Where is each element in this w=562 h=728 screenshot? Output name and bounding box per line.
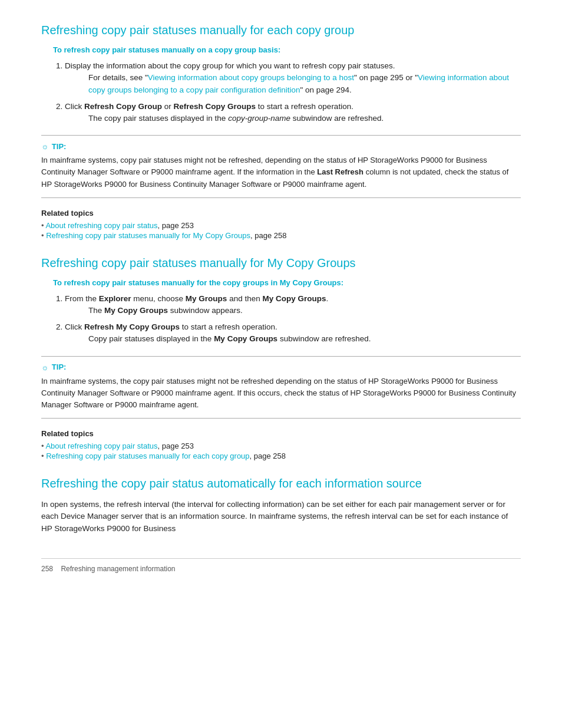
section1-procedure-title: To refresh copy pair statuses manually o…: [53, 45, 521, 54]
tip-sun-icon-2: ☼: [41, 363, 49, 372]
section1-step2: Click Refresh Copy Group or Refresh Copy…: [65, 101, 521, 125]
section2-step2: Click Refresh My Copy Groups to start a …: [65, 321, 521, 345]
section1-tip-text: In mainframe systems, copy pair statuses…: [41, 154, 521, 190]
link-refresh-each-copy-group[interactable]: Refreshing copy pair statuses manually f…: [46, 452, 249, 460]
section1-title: Refreshing copy pair statuses manually f…: [41, 24, 521, 37]
section2-step2-detail: Copy pair statuses displayed in the My C…: [88, 333, 521, 345]
section1-step2-detail: The copy pair statuses displayed in the …: [88, 113, 521, 124]
section1-related-list: About refreshing copy pair status, page …: [41, 221, 521, 240]
section2-tip-box: ☼ TIP: In mainframe systems, the copy pa…: [41, 356, 521, 419]
section2-step2-text: Click Refresh My Copy Groups to start a …: [65, 322, 277, 331]
link-about-refresh-status-2[interactable]: About refreshing copy pair status: [45, 442, 157, 450]
section1-step2-text: Click Refresh Copy Group or Refresh Copy…: [65, 102, 353, 111]
section2-title: Refreshing copy pair statuses manually f…: [41, 256, 521, 270]
section2-step1-text: From the Explorer menu, choose My Groups…: [65, 294, 328, 303]
section1-step1: Display the information about the copy g…: [65, 60, 521, 96]
link-about-refresh-status-1[interactable]: About refreshing copy pair status: [45, 221, 157, 230]
section2-step1: From the Explorer menu, choose My Groups…: [65, 293, 521, 317]
section2-related-list: About refreshing copy pair status, page …: [41, 442, 521, 460]
section2-procedure-title: To refresh copy pair statuses manually f…: [53, 278, 521, 287]
section1-step1-detail: For details, see "Viewing information ab…: [88, 72, 521, 96]
section2-steps: From the Explorer menu, choose My Groups…: [65, 293, 521, 345]
section1-related-item1: About refreshing copy pair status, page …: [41, 221, 521, 230]
link-viewing-host[interactable]: Viewing information about copy groups be…: [148, 73, 354, 82]
section1-step1-text: Display the information about the copy g…: [65, 61, 395, 70]
section2-tip-text: In mainframe systems, the copy pair stat…: [41, 375, 521, 411]
section1-related-item2: Refreshing copy pair statuses manually f…: [41, 231, 521, 240]
section2-tip-label: ☼ TIP:: [41, 363, 521, 372]
section3-title: Refreshing the copy pair status automati…: [41, 477, 521, 490]
section2-related-topics-title: Related topics: [41, 429, 521, 438]
section2-related-item2: Refreshing copy pair statuses manually f…: [41, 452, 521, 460]
section1-steps: Display the information about the copy g…: [65, 60, 521, 124]
section1-tip-box: ☼ TIP: In mainframe systems, copy pair s…: [41, 135, 521, 197]
page-number: 258: [41, 565, 53, 573]
section2-step1-detail: The My Copy Groups subwindow appears.: [88, 305, 521, 317]
page-footer: 258 Refreshing management information: [41, 558, 521, 573]
section3-body: In open systems, the refresh interval (t…: [41, 499, 521, 535]
tip-sun-icon: ☼: [41, 141, 49, 151]
section2-related-item1: About refreshing copy pair status, page …: [41, 442, 521, 450]
link-refresh-my-copy-groups[interactable]: Refreshing copy pair statuses manually f…: [46, 231, 250, 240]
footer-text: Refreshing management information: [61, 565, 175, 573]
section1-related-topics-title: Related topics: [41, 209, 521, 218]
section1-tip-label: ☼ TIP:: [41, 141, 521, 151]
